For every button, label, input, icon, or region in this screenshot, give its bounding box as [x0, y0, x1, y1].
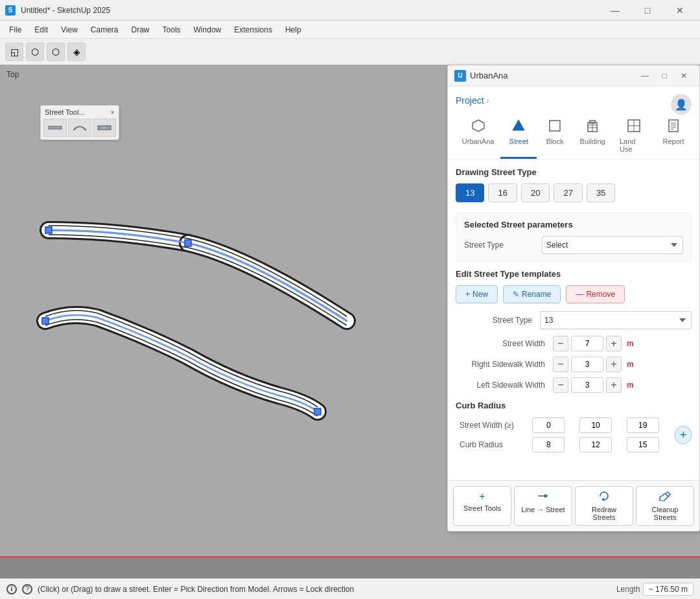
length-value: ~ 176.50 m	[643, 583, 694, 596]
street-tools-icon: +	[479, 491, 485, 502]
street-type-btn-35[interactable]: 35	[587, 183, 615, 202]
panel-close-button[interactable]: ✕	[675, 68, 693, 84]
drawing-street-type-title: Drawing Street Type	[456, 167, 692, 177]
left-sidewalk-input[interactable]	[571, 377, 603, 393]
building-icon	[585, 119, 600, 136]
user-button[interactable]: 👤	[671, 94, 692, 115]
line-to-street-label: Line → Street	[521, 506, 565, 513]
street-tools-button[interactable]: + Street Tools	[453, 486, 511, 526]
curb-add-button[interactable]: +	[675, 426, 692, 444]
status-message: (Click) or (Drag) to draw a street. Ente…	[38, 585, 603, 594]
curb-sw-cell-3	[623, 416, 670, 435]
street-tool-icon-1[interactable]	[43, 119, 67, 137]
breadcrumb: Project ›	[456, 95, 492, 106]
redraw-streets-button[interactable]: Redraw Streets	[575, 486, 633, 526]
street-type-btn-13[interactable]: 13	[456, 183, 484, 202]
panel-maximize-button[interactable]: □	[655, 68, 673, 84]
curb-cr-cell-1	[528, 435, 576, 454]
toolbar-icon-1[interactable]: ◱	[5, 43, 23, 61]
cleanup-streets-button[interactable]: Cleanup Streets	[636, 486, 694, 526]
left-sidewalk-control: − + m	[553, 377, 634, 393]
block-icon	[548, 119, 562, 136]
street-type-param-label: Street Type	[464, 241, 542, 250]
menu-view[interactable]: View	[54, 23, 84, 37]
right-sidewalk-decrement[interactable]: −	[553, 357, 568, 372]
street-tool-panel-close[interactable]: ×	[111, 108, 115, 116]
tab-report[interactable]: Report	[655, 115, 692, 159]
menu-draw[interactable]: Draw	[125, 23, 156, 37]
street-width-decrement[interactable]: −	[553, 336, 568, 351]
menu-tools[interactable]: Tools	[156, 23, 187, 37]
panel-minimize-button[interactable]: —	[636, 68, 654, 84]
menu-file[interactable]: File	[3, 23, 28, 37]
menu-camera[interactable]: Camera	[84, 23, 125, 37]
curb-sw-cell-1	[528, 416, 576, 435]
street-type-btn-27[interactable]: 27	[554, 183, 582, 202]
new-template-button[interactable]: + New	[456, 285, 498, 303]
window-title: Untitled* - SketchUp 2025	[21, 6, 600, 15]
svg-rect-1	[185, 240, 191, 246]
left-sidewalk-increment[interactable]: +	[606, 377, 622, 393]
street-type-param-row: Street Type Select 13 16 20 27 35	[464, 236, 683, 254]
tab-urbanana-label: UrbanAna	[462, 137, 495, 145]
length-label: Length	[616, 585, 640, 594]
street-icon	[511, 119, 526, 136]
remove-template-button[interactable]: — Remove	[566, 285, 625, 303]
curb-cr-label: Curb Radius	[456, 435, 528, 454]
svg-marker-26	[544, 494, 548, 498]
svg-rect-11	[550, 121, 560, 131]
street-tool-panel-title: Street Tool... ×	[43, 108, 116, 116]
tab-landuse[interactable]: Land Use	[612, 115, 655, 159]
right-sidewalk-increment[interactable]: +	[606, 357, 622, 372]
tab-urbanana[interactable]: UrbanAna	[456, 115, 500, 159]
svg-rect-0	[45, 227, 52, 233]
maximize-button[interactable]: □	[633, 0, 662, 21]
curb-cr-input-3[interactable]	[627, 437, 659, 452]
svg-marker-9	[472, 120, 484, 132]
line-to-street-button[interactable]: Line → Street	[514, 486, 572, 526]
menu-window[interactable]: Window	[187, 23, 228, 37]
menu-extensions[interactable]: Extensions	[228, 23, 279, 37]
toolbar-icon-2[interactable]: ⬡	[26, 43, 44, 61]
right-sidewalk-width-row: Right Sidewalk Width − + m	[456, 357, 692, 372]
curb-sw-input-2[interactable]	[579, 417, 612, 433]
tab-block[interactable]: Block	[537, 115, 573, 159]
street-width-input[interactable]	[571, 336, 603, 351]
close-button[interactable]: ✕	[665, 0, 695, 21]
urbanana-icon	[471, 119, 485, 136]
statusbar: i ? (Click) or (Drag) to draw a street. …	[0, 578, 700, 599]
info-icon[interactable]: i	[6, 584, 17, 594]
street-tool-icon-2[interactable]	[68, 119, 91, 137]
menu-edit[interactable]: Edit	[28, 23, 54, 37]
menu-help[interactable]: Help	[279, 23, 308, 37]
toolbar-icon-4[interactable]: ◈	[67, 43, 86, 61]
panel-app-icon: U	[454, 70, 466, 82]
left-sidewalk-decrement[interactable]: −	[553, 377, 568, 393]
remove-label: Remove	[586, 290, 615, 299]
street-type-btn-16[interactable]: 16	[488, 183, 517, 202]
tab-building[interactable]: Building	[573, 115, 612, 159]
right-sidewalk-input[interactable]	[571, 357, 603, 372]
minimize-button[interactable]: —	[600, 0, 630, 21]
curb-sw-input-3[interactable]	[627, 417, 659, 433]
curb-sw-input-1[interactable]	[532, 417, 565, 433]
rename-template-button[interactable]: ✎ Rename	[503, 285, 561, 303]
curb-radius-table: Street Width (≥) Curb Radius	[456, 416, 670, 454]
street-type-field-select[interactable]: 13 16 20	[540, 311, 692, 329]
breadcrumb-project[interactable]: Project	[456, 95, 484, 106]
street-type-btn-20[interactable]: 20	[521, 183, 550, 202]
curb-cr-input-2[interactable]	[579, 437, 612, 452]
tab-block-label: Block	[546, 137, 564, 145]
new-label: New	[472, 290, 488, 299]
street-width-increment[interactable]: +	[606, 336, 622, 351]
toolbar-icon-3[interactable]: ⬡	[47, 43, 65, 61]
street-type-param-select[interactable]: Select 13 16 20 27 35	[542, 236, 683, 254]
street-tool-icon-3[interactable]	[93, 119, 116, 137]
street-type-buttons: 13 16 20 27 35	[456, 183, 692, 202]
redraw-streets-icon	[598, 491, 611, 504]
main-toolbar: ◱ ⬡ ⬡ ◈	[0, 39, 700, 65]
curb-cr-input-1[interactable]	[532, 437, 565, 452]
tab-street[interactable]: Street	[500, 115, 537, 159]
rename-label: Rename	[522, 290, 551, 299]
help-icon[interactable]: ?	[22, 584, 32, 594]
